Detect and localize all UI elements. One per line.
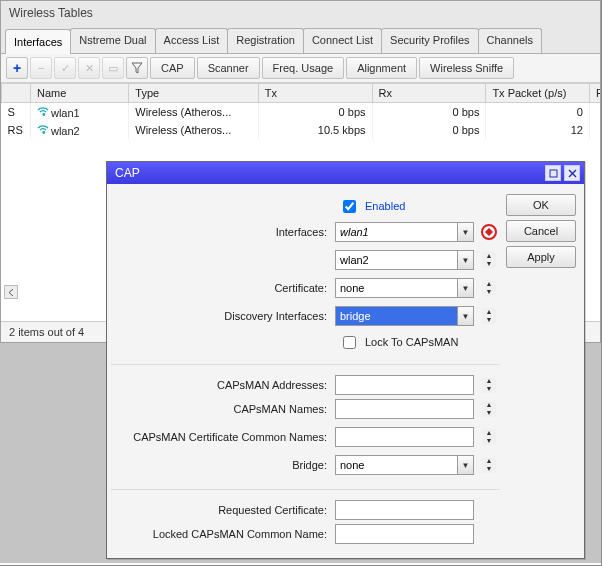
- interfaces-spin[interactable]: ▲▼: [482, 252, 496, 268]
- tab-channels[interactable]: Channels: [478, 28, 542, 53]
- svg-rect-0: [550, 170, 557, 177]
- remove-button[interactable]: −: [30, 57, 52, 79]
- certificate-spin[interactable]: ▲▼: [482, 280, 496, 296]
- diamond-icon: [485, 228, 493, 236]
- table-row[interactable]: S wlan1 Wireless (Atheros... 0 bps 0 bps…: [2, 103, 601, 122]
- locked-common-name-label: Locked CAPsMAN Common Name:: [111, 528, 331, 540]
- discovery-dd[interactable]: ▼: [458, 306, 474, 326]
- col-txp[interactable]: Tx Packet (p/s): [486, 84, 590, 103]
- interfaces-dd-2[interactable]: ▼: [458, 250, 474, 270]
- bridge-field[interactable]: [335, 455, 458, 475]
- wireless-sniffer-button[interactable]: Wireless Sniffe: [419, 57, 514, 79]
- discovery-interfaces-field[interactable]: [335, 306, 458, 326]
- row-flags: S: [2, 103, 31, 122]
- row-txp: 0: [486, 103, 590, 122]
- tab-security-profiles[interactable]: Security Profiles: [381, 28, 478, 53]
- capsman-ccn-field[interactable]: [335, 427, 474, 447]
- tab-connect-list[interactable]: Connect List: [303, 28, 382, 53]
- ok-button[interactable]: OK: [506, 194, 576, 216]
- add-button[interactable]: +: [6, 57, 28, 79]
- col-r[interactable]: R: [589, 84, 600, 103]
- row-tx: 10.5 kbps: [258, 121, 372, 139]
- tab-interfaces[interactable]: Interfaces: [5, 29, 71, 54]
- cap-dialog: CAP Enabled Interfaces:: [106, 161, 585, 559]
- enable-button[interactable]: ✓: [54, 57, 76, 79]
- lock-to-capsman-label: Lock To CAPsMAN: [365, 336, 458, 348]
- col-tx[interactable]: Tx: [258, 84, 372, 103]
- row-name: wlan2: [30, 121, 128, 139]
- row-rx: 0 bps: [372, 103, 486, 122]
- discovery-spin[interactable]: ▲▼: [482, 308, 496, 324]
- requested-certificate-label: Requested Certificate:: [111, 504, 331, 516]
- cancel-button[interactable]: Cancel: [506, 220, 576, 242]
- capsman-addresses-label: CAPsMAN Addresses:: [111, 379, 331, 391]
- certificate-label: Certificate:: [111, 282, 331, 294]
- names-spin[interactable]: ▲▼: [482, 401, 496, 417]
- enabled-checkbox[interactable]: [343, 200, 356, 213]
- comment-button[interactable]: ▭: [102, 57, 124, 79]
- cap-button[interactable]: CAP: [150, 57, 195, 79]
- capsman-addresses-field[interactable]: [335, 375, 474, 395]
- capsman-ccn-label: CAPsMAN Certificate Common Names:: [111, 431, 331, 443]
- tab-registration[interactable]: Registration: [227, 28, 304, 53]
- interfaces-field-1[interactable]: [335, 222, 458, 242]
- table-row[interactable]: RS wlan2 Wireless (Atheros... 10.5 kbps …: [2, 121, 601, 139]
- alignment-button[interactable]: Alignment: [346, 57, 417, 79]
- row-tx: 0 bps: [258, 103, 372, 122]
- interfaces-dd-1[interactable]: ▼: [458, 222, 474, 242]
- row-name: wlan1: [30, 103, 128, 122]
- enabled-label: Enabled: [365, 200, 405, 212]
- close-icon: [568, 169, 577, 178]
- error-indicator-icon[interactable]: [481, 224, 497, 240]
- apply-button[interactable]: Apply: [506, 246, 576, 268]
- discovery-interfaces-label: Discovery Interfaces:: [111, 310, 331, 322]
- requested-certificate-field[interactable]: [335, 500, 474, 520]
- row-rx: 0 bps: [372, 121, 486, 139]
- row-type: Wireless (Atheros...: [129, 121, 258, 139]
- tab-access-list[interactable]: Access List: [155, 28, 229, 53]
- cap-dialog-title: CAP: [115, 166, 140, 180]
- tab-nstreme-dual[interactable]: Nstreme Dual: [70, 28, 155, 53]
- disable-button[interactable]: ✕: [78, 57, 100, 79]
- restore-icon: [549, 169, 558, 178]
- col-name[interactable]: Name: [30, 84, 128, 103]
- bridge-label: Bridge:: [111, 459, 331, 471]
- toolbar: + − ✓ ✕ ▭ CAP Scanner Freq. Usage Alignm…: [1, 54, 600, 83]
- row-type: Wireless (Atheros...: [129, 103, 258, 122]
- certificate-field[interactable]: [335, 278, 458, 298]
- tabstrip: Interfaces Nstreme Dual Access List Regi…: [1, 25, 600, 54]
- freq-usage-button[interactable]: Freq. Usage: [262, 57, 345, 79]
- ccn-spin[interactable]: ▲▼: [482, 429, 496, 445]
- row-txp: 12: [486, 121, 590, 139]
- capsman-names-field[interactable]: [335, 399, 474, 419]
- bridge-spin[interactable]: ▲▼: [482, 457, 496, 473]
- certificate-dd[interactable]: ▼: [458, 278, 474, 298]
- filter-button[interactable]: [126, 57, 148, 79]
- interfaces-field-2[interactable]: [335, 250, 458, 270]
- cap-title-bar[interactable]: CAP: [107, 162, 584, 184]
- scanner-button[interactable]: Scanner: [197, 57, 260, 79]
- addresses-spin[interactable]: ▲▼: [482, 377, 496, 393]
- col-type[interactable]: Type: [129, 84, 258, 103]
- row-flags: RS: [2, 121, 31, 139]
- window-title: Wireless Tables: [1, 1, 600, 25]
- col-flags[interactable]: [2, 84, 31, 103]
- scroll-left-button[interactable]: [4, 285, 18, 299]
- locked-common-name-field[interactable]: [335, 524, 474, 544]
- capsman-names-label: CAPsMAN Names:: [111, 403, 331, 415]
- chevron-left-icon: [8, 289, 15, 296]
- funnel-icon: [131, 62, 143, 74]
- dialog-close-button[interactable]: [564, 165, 580, 181]
- wireless-icon: [37, 123, 49, 135]
- col-rx[interactable]: Rx: [372, 84, 486, 103]
- dialog-restore-button[interactable]: [545, 165, 561, 181]
- bridge-dd[interactable]: ▼: [458, 455, 474, 475]
- wireless-icon: [37, 105, 49, 117]
- lock-to-capsman-checkbox[interactable]: [343, 336, 356, 349]
- interfaces-label: Interfaces:: [111, 226, 331, 238]
